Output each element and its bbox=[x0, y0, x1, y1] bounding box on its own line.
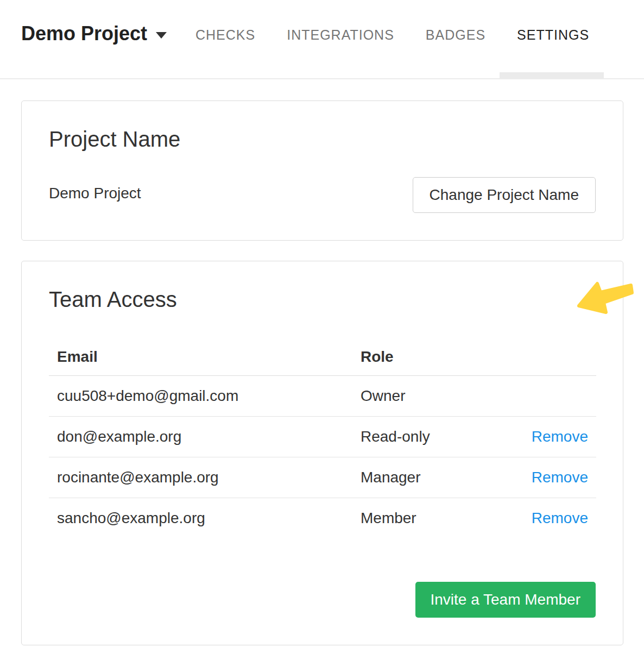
invite-team-member-button[interactable]: Invite a Team Member bbox=[415, 582, 596, 618]
member-role: Member bbox=[352, 498, 523, 539]
member-email: rocinante@example.org bbox=[49, 457, 352, 498]
header-divider bbox=[0, 78, 644, 79]
project-tabs: CHECKSINTEGRATIONSBADGESSETTINGS bbox=[195, 27, 589, 43]
member-email: cuu508+demo@gmail.com bbox=[49, 376, 352, 417]
team-access-heading: Team Access bbox=[22, 261, 623, 310]
email-column-header: Email bbox=[49, 335, 352, 376]
tab-settings[interactable]: SETTINGS bbox=[517, 27, 589, 43]
project-name-value: Demo Project bbox=[49, 177, 141, 202]
top-header: Demo Project CHECKSINTEGRATIONSBADGESSET… bbox=[0, 0, 644, 79]
member-email: sancho@example.org bbox=[49, 498, 352, 539]
caret-down-icon bbox=[156, 32, 167, 39]
team-access-card: Team Access Email Role cuu508+demo@gmail… bbox=[21, 261, 623, 645]
member-action-cell: Remove bbox=[523, 417, 596, 457]
remove-link[interactable]: Remove bbox=[532, 428, 588, 445]
team-table-body: cuu508+demo@gmail.comOwnerdon@example.or… bbox=[49, 376, 596, 539]
table-row: rocinante@example.orgManagerRemove bbox=[49, 457, 596, 498]
table-header-row: Email Role bbox=[49, 335, 596, 376]
project-name-heading: Project Name bbox=[22, 101, 623, 150]
project-switcher[interactable]: Demo Project bbox=[21, 23, 167, 45]
team-table: Email Role cuu508+demo@gmail.comOwnerdon… bbox=[49, 335, 596, 538]
change-project-name-button[interactable]: Change Project Name bbox=[413, 177, 596, 213]
remove-link[interactable]: Remove bbox=[532, 510, 588, 526]
member-email: don@example.org bbox=[49, 417, 352, 457]
tab-badges[interactable]: BADGES bbox=[426, 27, 485, 43]
tab-integrations[interactable]: INTEGRATIONS bbox=[287, 27, 394, 43]
member-action-cell bbox=[523, 376, 596, 417]
member-role: Owner bbox=[352, 376, 523, 417]
member-role: Read-only bbox=[352, 417, 523, 457]
table-row: cuu508+demo@gmail.comOwner bbox=[49, 376, 596, 417]
remove-link[interactable]: Remove bbox=[532, 469, 588, 486]
project-name-card: Project Name Demo Project Change Project… bbox=[21, 100, 623, 241]
member-role: Manager bbox=[352, 457, 523, 498]
project-title: Demo Project bbox=[21, 23, 147, 45]
role-column-header: Role bbox=[352, 335, 523, 376]
table-row: sancho@example.orgMemberRemove bbox=[49, 498, 596, 539]
member-action-cell: Remove bbox=[523, 498, 596, 539]
action-column-header bbox=[523, 335, 596, 376]
tab-checks[interactable]: CHECKS bbox=[195, 27, 255, 43]
member-action-cell: Remove bbox=[523, 457, 596, 498]
table-row: don@example.orgRead-onlyRemove bbox=[49, 417, 596, 457]
